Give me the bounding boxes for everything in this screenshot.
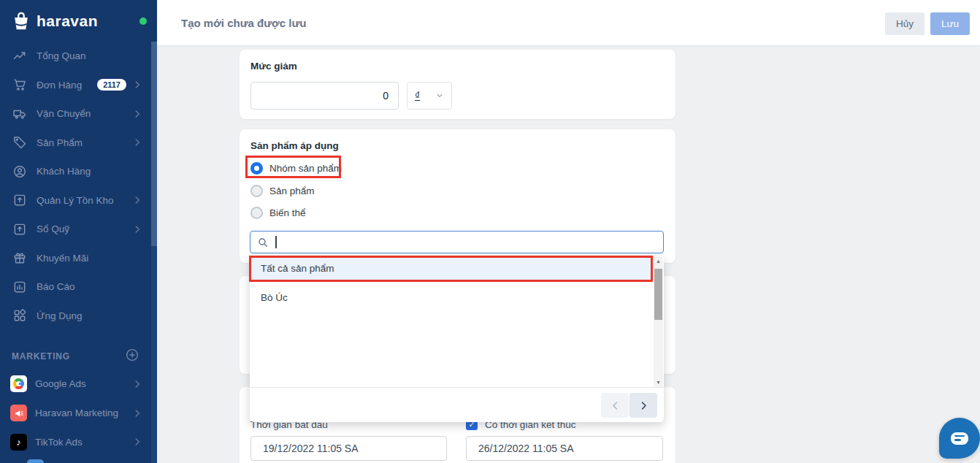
scroll-up-icon[interactable]: ▲ (654, 256, 663, 266)
sidebar-item-tong-quan[interactable]: Tổng Quan (0, 42, 151, 71)
haravan-bag-icon (10, 10, 32, 32)
text-caret (275, 236, 277, 248)
sidebar-item-quan-ly-ton-kho[interactable]: Quản Lý Tồn Kho (0, 186, 151, 215)
sidebar-item-khach-hang[interactable]: Khách Hàng (0, 157, 151, 186)
status-dot (139, 18, 147, 25)
chevron-right-icon (132, 224, 142, 234)
chevron-right-icon (132, 437, 142, 447)
radio-nhom-san-pham[interactable]: Nhóm sản phẩm (250, 159, 342, 177)
start-date-input[interactable] (250, 436, 447, 461)
sidebar-item-haravan-marketing[interactable]: Haravan Marketing (0, 399, 151, 428)
radio-bien-the[interactable]: Biến thể (250, 204, 306, 221)
sidebar-item-san-pham[interactable]: Sản Phẩm (0, 129, 151, 158)
dropdown-divider (250, 387, 664, 388)
radio-label: Sản phẩm (269, 185, 315, 196)
partial-app-icon (27, 459, 44, 463)
main-content: Mức giảm ₫ Sản phẩm áp dụng Nhóm sản phẩ… (157, 45, 980, 463)
add-channel-button[interactable] (125, 348, 139, 365)
sidebar-item-label: Đơn Hàng (37, 80, 97, 91)
sidebar-item-label: Quản Lý Tồn Kho (37, 195, 132, 206)
page-title: Tạo mới chưa được lưu (181, 17, 306, 29)
collection-search-input[interactable] (280, 232, 657, 253)
topbar: Tạo mới chưa được lưu Hủy Lưu (157, 0, 980, 45)
chat-icon (951, 432, 968, 445)
sidebar-item-khuyen-mai[interactable]: Khuyến Mãi (0, 244, 151, 273)
report-icon (12, 279, 28, 295)
sidebar-item-van-chuyen[interactable]: Vận Chuyển (0, 99, 151, 129)
trend-icon (12, 48, 28, 64)
prev-page-button[interactable] (601, 393, 629, 418)
discount-card: Mức giảm ₫ (240, 50, 675, 119)
radio-san-pham[interactable]: Sản phẩm (250, 182, 315, 199)
dropdown-item-all-products[interactable]: Tất cả sản phẩm (250, 256, 654, 280)
marketing-section-label: MARKETING (12, 351, 125, 361)
cashbox-icon (12, 221, 28, 237)
tiktok-icon: ♪ (10, 434, 27, 451)
chevron-down-icon (435, 91, 444, 100)
sidebar-item-ung-dung[interactable]: Ứng Dụng (0, 302, 151, 331)
app-screen: haravan Tổng Quan Đơn Hàng 2117 (0, 0, 980, 463)
discount-label: Mức giảm (250, 61, 297, 72)
sidebar-item-bao-cao[interactable]: Báo Cáo (0, 272, 151, 302)
end-date-input[interactable] (466, 436, 663, 461)
gift-icon (12, 250, 28, 266)
search-icon (257, 237, 269, 248)
sidebar-scroll-thumb[interactable] (151, 42, 157, 246)
chevron-right-icon (132, 137, 142, 148)
inventory-icon (12, 192, 28, 208)
megaphone-icon (10, 405, 27, 421)
cancel-button[interactable]: Hủy (885, 12, 925, 35)
radio-unselected-icon (250, 185, 263, 197)
cart-icon (12, 77, 28, 93)
chat-widget-button[interactable] (939, 418, 980, 459)
tag-icon (12, 134, 28, 150)
products-heading: Sản phẩm áp dụng (250, 140, 339, 151)
next-page-button[interactable] (629, 393, 657, 418)
radio-unselected-icon (250, 207, 263, 219)
sidebar-item-label: Ứng Dụng (37, 310, 151, 321)
collection-dropdown: Tất cả sản phẩm Bò Úc ▲ ▼ (250, 256, 664, 422)
orders-count-badge: 2117 (97, 79, 126, 91)
products-card: Sản phẩm áp dụng Nhóm sản phẩm Sản phẩm … (240, 129, 675, 263)
collection-search-box[interactable] (250, 231, 664, 253)
sidebar-item-label: Vận Chuyển (37, 108, 132, 119)
sidebar-item-don-hang[interactable]: Đơn Hàng 2117 (0, 71, 151, 100)
brand-logo[interactable]: haravan (0, 0, 157, 42)
chevron-right-icon (132, 80, 142, 90)
discount-amount-input[interactable] (250, 82, 399, 110)
sidebar-item-google-ads[interactable]: Google Ads (0, 370, 151, 399)
radio-label: Biến thể (269, 207, 306, 218)
discount-unit-value: ₫ (415, 90, 435, 102)
discount-unit-select[interactable]: ₫ (407, 82, 452, 110)
sidebar-item-so-quy[interactable]: Sổ Quỹ (0, 215, 151, 244)
chevron-left-icon (610, 400, 621, 411)
person-icon (12, 164, 28, 180)
sidebar-item-label: Sản Phẩm (37, 137, 132, 148)
sidebar-item-label: Khuyến Mãi (37, 253, 151, 264)
chevron-right-icon (132, 408, 142, 418)
dropdown-scrollbar[interactable]: ▲ ▼ (654, 256, 663, 387)
marketing-section-header: MARKETING (0, 343, 151, 370)
dropdown-item-bo-uc[interactable]: Bò Úc (250, 285, 654, 310)
sidebar-item-label: Báo Cáo (37, 281, 151, 292)
pagination (601, 393, 657, 418)
scroll-down-icon[interactable]: ▼ (654, 378, 663, 387)
sidebar-item-label: TikTok Ads (35, 437, 132, 448)
sidebar-item-label: Sổ Quỹ (37, 223, 132, 234)
brand-name: haravan (37, 12, 98, 30)
chevron-right-icon (132, 195, 142, 205)
sidebar: haravan Tổng Quan Đơn Hàng 2117 (0, 0, 157, 463)
chevron-right-icon (132, 109, 142, 119)
sidebar-item-label: Tổng Quan (37, 50, 151, 61)
dropdown-scroll-thumb[interactable] (654, 269, 662, 320)
truck-icon (12, 106, 28, 122)
dropdown-item-label: Bò Úc (261, 292, 288, 303)
google-icon (10, 375, 27, 392)
chevron-right-icon (132, 379, 142, 389)
save-button[interactable]: Lưu (930, 12, 970, 35)
sidebar-nav: Tổng Quan Đơn Hàng 2117 Vận Chuyển (0, 42, 151, 456)
sidebar-item-label: Khách Hàng (37, 166, 151, 177)
chevron-right-icon (638, 400, 649, 411)
sidebar-item-label: Google Ads (35, 378, 132, 389)
sidebar-item-tiktok-ads[interactable]: ♪ TikTok Ads (0, 427, 151, 456)
